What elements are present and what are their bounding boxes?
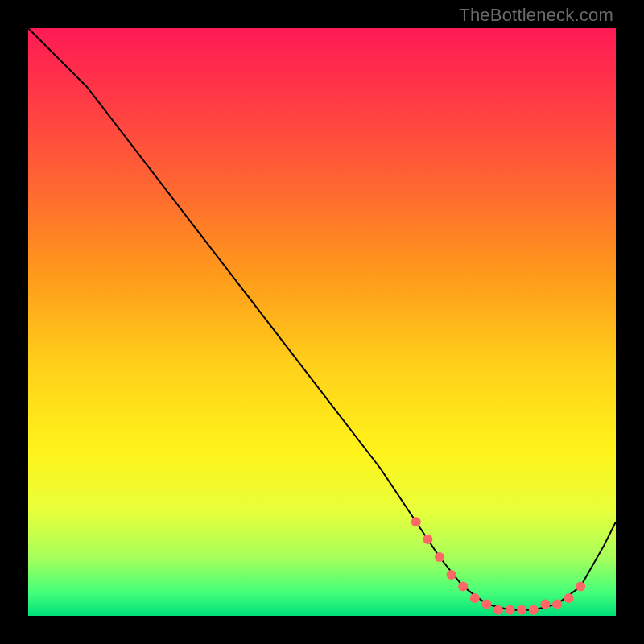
chart-frame: TheBottleneck.com (0, 0, 644, 644)
watermark-text: TheBottleneck.com (459, 5, 613, 26)
highlight-dot (481, 599, 491, 609)
highlight-dot (411, 517, 421, 526)
plot-area (28, 28, 616, 616)
highlight-dot (435, 552, 444, 562)
highlight-dot (458, 582, 468, 592)
curve-svg (28, 28, 616, 616)
highlight-dot (552, 599, 562, 609)
highlight-dot (529, 605, 539, 615)
highlight-dots (411, 517, 585, 615)
highlight-dot (564, 593, 574, 603)
highlight-dot (470, 593, 480, 603)
bottleneck-curve (28, 28, 616, 610)
highlight-dot (447, 570, 456, 580)
highlight-dot (517, 605, 526, 615)
highlight-dot (493, 605, 503, 615)
highlight-dot (540, 599, 550, 609)
highlight-dot (506, 605, 515, 615)
highlight-dot (576, 582, 585, 592)
highlight-dot (423, 535, 432, 544)
